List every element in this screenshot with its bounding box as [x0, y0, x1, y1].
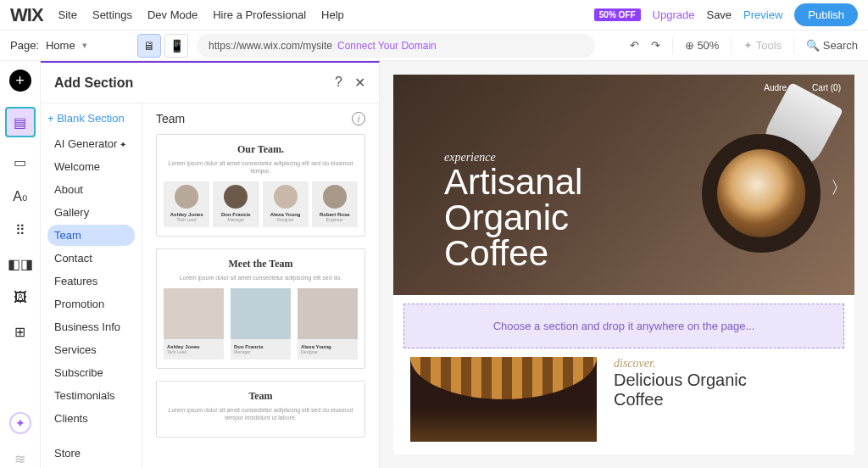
preview-button[interactable]: Preview: [743, 8, 782, 21]
espresso-image: [410, 357, 597, 442]
apps-icon[interactable]: ⠿: [11, 220, 30, 239]
section-dropzone[interactable]: Choose a section and drop it anywhere on…: [403, 304, 844, 348]
close-icon[interactable]: ✕: [354, 75, 365, 91]
cat-services[interactable]: Services: [47, 339, 135, 360]
url-text: https://www.wix.com/mysite: [209, 40, 332, 52]
page-selector[interactable]: Page: Home ▾: [10, 39, 129, 52]
section-previews: Team i Our Team. Lorem ipsum dolor sit a…: [142, 103, 379, 468]
ai-icon[interactable]: ✦: [9, 412, 31, 434]
cat-subscribe[interactable]: Subscribe: [47, 362, 135, 383]
connect-domain-link[interactable]: Connect Your Domain: [337, 40, 437, 52]
left-toolbar: + ▤ ▭ A₀ ⠿ ◧◨ 🖼 ⊞ ✦ ≋: [0, 61, 41, 468]
section-template-meet-team[interactable]: Meet the Team Lorem ipsum dolor sit amet…: [156, 248, 365, 369]
site-preview: Audre... ▾ Cart (0) experience Artisanal…: [393, 75, 854, 454]
panel-title: Add Section: [54, 75, 133, 91]
redo-button[interactable]: ↷: [651, 39, 660, 52]
cat-business-info[interactable]: Business Info: [47, 316, 135, 337]
cat-team[interactable]: Team: [47, 225, 135, 246]
cat-store[interactable]: Store: [47, 443, 135, 464]
page-value: Home: [46, 39, 75, 52]
hero-text: experience Artisanal Organic Coffee: [444, 151, 582, 271]
menu-hire[interactable]: Hire a Professional: [213, 8, 306, 21]
wix-logo[interactable]: WIX: [10, 4, 43, 26]
secondary-section[interactable]: discover. Delicious Organic Coffee: [393, 357, 854, 442]
business-icon[interactable]: ◧◨: [11, 254, 30, 273]
top-menu: Site Settings Dev Mode Hire a Profession…: [58, 8, 344, 21]
add-section-panel: Add Section ? ✕ + Blank Section AI Gener…: [41, 61, 380, 468]
site-cart[interactable]: Cart (0): [812, 83, 841, 92]
media-icon[interactable]: 🖼: [11, 288, 30, 307]
layers-icon[interactable]: ≋: [11, 449, 30, 468]
cat-features[interactable]: Features: [47, 270, 135, 292]
cat-promotion[interactable]: Promotion: [47, 293, 135, 315]
category-list: + Blank Section AI Generator Welcome Abo…: [41, 103, 142, 468]
tools-button[interactable]: ✦ Tools: [743, 39, 782, 52]
upgrade-link[interactable]: Upgrade: [653, 8, 695, 21]
coffee-cup-image: [702, 134, 821, 253]
url-bar[interactable]: https://www.wix.com/mysite Connect Your …: [197, 34, 595, 58]
help-icon[interactable]: ?: [335, 75, 342, 91]
desktop-view-button[interactable]: 🖥: [137, 34, 161, 58]
cat-about[interactable]: About: [47, 179, 135, 200]
menu-help[interactable]: Help: [321, 8, 344, 21]
undo-button[interactable]: ↶: [630, 39, 639, 52]
design-icon[interactable]: A₀: [11, 187, 30, 205]
publish-button[interactable]: Publish: [794, 3, 858, 26]
next-arrow-icon[interactable]: 〉: [831, 176, 848, 199]
section-template-our-team[interactable]: Our Team. Lorem ipsum dolor sit amet con…: [156, 134, 365, 237]
cat-ai-generator[interactable]: AI Generator: [47, 133, 135, 154]
cat-welcome[interactable]: Welcome: [47, 156, 135, 177]
save-button[interactable]: Save: [706, 8, 732, 21]
secondary-text: discover. Delicious Organic Coffee: [614, 357, 747, 442]
search-button[interactable]: 🔍 Search: [806, 39, 858, 52]
section-template-team[interactable]: Team Lorem ipsum dolor sit amet consecte…: [156, 381, 365, 437]
zoom-button[interactable]: ⊕ 50%: [685, 39, 720, 52]
preview-heading: Team: [156, 112, 185, 125]
menu-devmode[interactable]: Dev Mode: [147, 8, 198, 21]
blank-section-button[interactable]: + Blank Section: [47, 112, 135, 125]
info-icon[interactable]: i: [352, 112, 365, 125]
discount-badge: 50% OFF: [594, 8, 641, 21]
cat-contact[interactable]: Contact: [47, 248, 135, 269]
content-icon[interactable]: ⊞: [11, 322, 30, 341]
cat-gallery[interactable]: Gallery: [47, 202, 135, 223]
menu-settings[interactable]: Settings: [92, 8, 132, 21]
cat-testimonials[interactable]: Testimonials: [47, 385, 135, 406]
mobile-view-button[interactable]: 📱: [164, 34, 188, 58]
add-icon[interactable]: +: [9, 70, 31, 92]
chevron-down-icon: ▾: [82, 40, 87, 51]
editor-canvas[interactable]: Audre... ▾ Cart (0) experience Artisanal…: [380, 61, 868, 468]
hero-section[interactable]: Audre... ▾ Cart (0) experience Artisanal…: [393, 75, 854, 295]
sections-icon[interactable]: ▤: [5, 107, 36, 137]
pages-icon[interactable]: ▭: [11, 153, 30, 171]
menu-site[interactable]: Site: [58, 8, 77, 21]
page-label: Page:: [10, 39, 39, 52]
cat-clients[interactable]: Clients: [47, 408, 135, 429]
